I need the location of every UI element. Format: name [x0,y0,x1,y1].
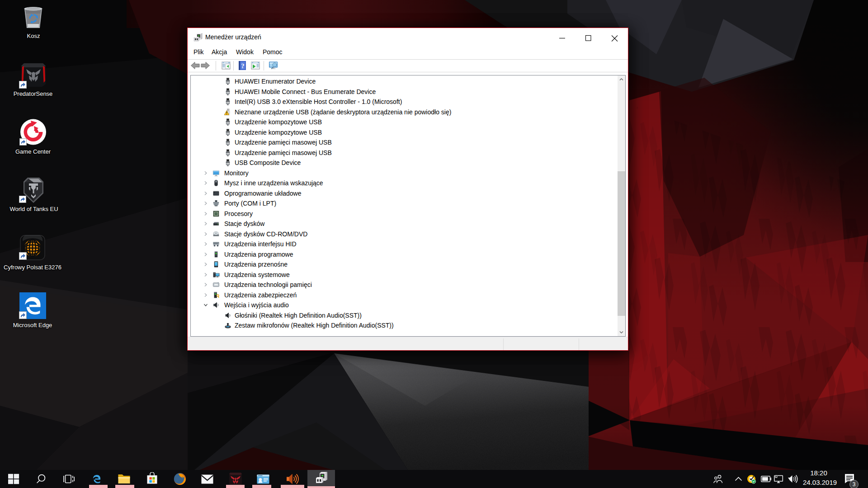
svg-text:?: ? [241,63,245,70]
